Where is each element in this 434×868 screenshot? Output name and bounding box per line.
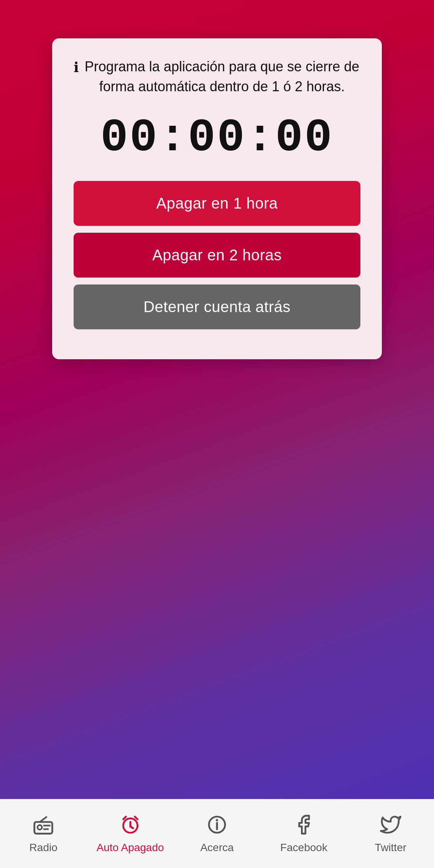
svg-point-12: [216, 819, 218, 821]
info-message: ℹ Programa la aplicación para que se cie…: [74, 57, 360, 97]
radio-icon: [33, 814, 54, 838]
twitter-icon: [380, 814, 401, 838]
nav-item-radio[interactable]: Radio: [0, 814, 87, 854]
bottom-navigation: Radio Auto Apagado Acerca: [0, 799, 434, 868]
nav-item-acerca[interactable]: Acerca: [174, 814, 260, 854]
nav-item-twitter[interactable]: Twitter: [347, 814, 434, 854]
nav-item-auto-apagado[interactable]: Auto Apagado: [87, 814, 173, 854]
nav-label-facebook: Facebook: [280, 842, 327, 854]
nav-label-twitter: Twitter: [375, 842, 406, 854]
alarm-icon: [120, 814, 141, 838]
button-stop[interactable]: Detener cuenta atrás: [74, 284, 360, 329]
nav-label-auto-apagado: Auto Apagado: [97, 842, 164, 854]
facebook-icon: [293, 814, 314, 838]
svg-line-7: [130, 826, 133, 828]
info-nav-icon: [206, 814, 228, 838]
svg-point-1: [38, 825, 42, 830]
dialog-card: ℹ Programa la aplicación para que se cie…: [52, 38, 382, 359]
button-2hours[interactable]: Apagar en 2 horas: [74, 233, 360, 278]
timer-display: 00:00:00: [100, 112, 334, 164]
nav-item-facebook[interactable]: Facebook: [260, 814, 347, 854]
info-circle-icon: ℹ: [74, 58, 79, 77]
nav-label-acerca: Acerca: [200, 842, 233, 854]
svg-line-9: [135, 817, 137, 819]
nav-label-radio: Radio: [30, 842, 58, 854]
button-1hour[interactable]: Apagar en 1 hora: [74, 181, 360, 226]
svg-line-8: [123, 817, 126, 819]
